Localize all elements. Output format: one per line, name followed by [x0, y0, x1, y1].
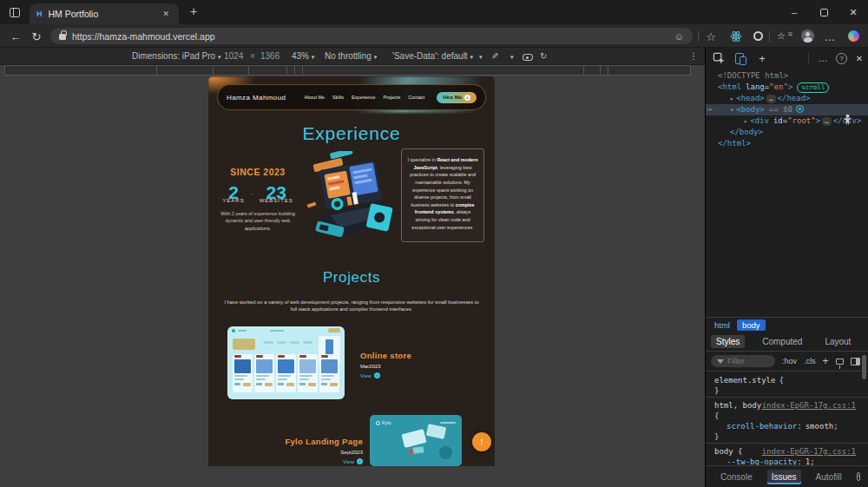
viewport-height-field[interactable]: 1366 [260, 51, 279, 61]
nav-link-experience[interactable]: Experience [352, 95, 376, 100]
toggle-element-state-button[interactable]: :hov [782, 357, 797, 365]
new-tab-button[interactable]: + [184, 3, 203, 21]
inspect-element-icon[interactable] [711, 51, 727, 65]
nav-link-skills[interactable]: Skills [332, 95, 344, 100]
style-rule-body[interactable]: body { index-EpGR-17g.css:1 [714, 446, 858, 457]
feedback-smiley-icon[interactable]: ☺ [674, 31, 684, 42]
collapsed-arrow-icon[interactable]: ▸ [744, 118, 747, 125]
vision-deficiency-caret[interactable]: ▾ [510, 51, 514, 61]
back-button[interactable]: ← [7, 28, 24, 45]
devtools-more-options-icon[interactable]: … [815, 51, 831, 65]
style-rule-element[interactable]: element.style{ [714, 375, 858, 385]
mock-fylo-logo: Fylo [376, 420, 391, 425]
maximize-button[interactable] [809, 0, 838, 24]
media-query-segment[interactable] [156, 65, 214, 76]
copilot-icon[interactable] [848, 30, 859, 42]
collapsed-content-ellipsis[interactable]: … [822, 117, 832, 126]
devtools-help-icon[interactable]: ? [836, 53, 847, 64]
dock-drawer-icon[interactable]: ‹ [857, 472, 860, 481]
dom-node-html-close[interactable]: </html> [706, 138, 868, 149]
profile-avatar[interactable] [801, 30, 814, 43]
tab-actions-icon[interactable] [5, 3, 24, 21]
collapsed-arrow-icon[interactable]: ▸ [730, 95, 733, 102]
new-style-rule-button[interactable]: + [823, 357, 829, 365]
viewport-width-field[interactable]: 1024 [224, 51, 243, 61]
rotate-device-icon[interactable]: ↻ [540, 51, 547, 61]
sidebar-toggle-icon[interactable] [851, 358, 860, 365]
tab-close-icon[interactable]: ✕ [160, 9, 172, 19]
tab-styles[interactable]: Styles [711, 335, 745, 348]
gutter-dots-icon[interactable]: ⋯ [707, 104, 711, 115]
css-declaration[interactable]: scroll-behavior:smooth; [714, 421, 858, 431]
devtools-close-icon[interactable]: ✕ [852, 51, 867, 65]
punct-token: : [797, 457, 801, 465]
css-declaration[interactable]: --tw-bg-opacity:1; [714, 457, 858, 465]
eye-icon[interactable] [523, 54, 533, 61]
scroll-badge[interactable]: scroll [797, 82, 829, 93]
device-select[interactable]: Dimensions: iPad Pro ▾ [132, 51, 220, 61]
scroll-to-top-button[interactable]: ↑ [472, 432, 491, 451]
dom-node-doctype[interactable]: <!DOCTYPE html> [706, 70, 868, 82]
breadcrumb-html[interactable]: html [714, 320, 730, 330]
project-name: Fylo Landing Page [234, 437, 363, 446]
dom-node-html[interactable]: <htmllang="en">scroll [706, 82, 868, 93]
project-view-link[interactable]: View › [234, 458, 363, 464]
tab-layout[interactable]: Layout [819, 335, 856, 348]
media-query-bar[interactable] [5, 65, 691, 76]
eyedropper-icon[interactable]: ✎ [491, 51, 498, 61]
nav-link-about-me[interactable]: About Me [305, 95, 326, 100]
stylesheet-source-link[interactable]: index-EpGR-17g.css:1 [762, 446, 856, 457]
favorites-list-icon[interactable]: ☆ ≡ [776, 28, 793, 45]
media-query-segment[interactable] [583, 65, 601, 76]
close-window-button[interactable]: ✕ [838, 0, 868, 24]
nav-link-projects[interactable]: Projects [383, 95, 400, 100]
address-bar[interactable]: ☺ [50, 28, 693, 44]
breadcrumb-body[interactable]: body [737, 319, 766, 331]
dom-node-head[interactable]: ▸<head>…</head> [706, 93, 868, 104]
drawer-tab-console[interactable]: Console [716, 470, 757, 484]
element-classes-button[interactable]: .cls [804, 357, 816, 365]
project-thumbnail-fylo[interactable]: Fylo [370, 415, 462, 466]
url-input[interactable] [72, 31, 668, 42]
minimize-button[interactable]: – [779, 0, 809, 24]
settings-more-icon[interactable]: … [821, 28, 838, 45]
device-toolbar-toggle-icon[interactable] [732, 51, 747, 65]
media-query-segment[interactable] [4, 65, 157, 76]
style-rule-close: } [714, 385, 858, 396]
media-query-segment[interactable] [302, 65, 584, 76]
rendering-emulation-icon[interactable] [836, 359, 844, 365]
media-query-segment[interactable] [213, 65, 249, 76]
years-label: YEARS [222, 198, 244, 203]
active-tab[interactable]: H HM Portfolio ✕ [30, 3, 179, 24]
mock-nav-line [238, 330, 247, 332]
tab-computed[interactable]: Computed [757, 335, 807, 348]
zoom-select[interactable]: 43% ▾ [292, 51, 314, 61]
stylesheet-source-link[interactable]: index-EpGR-17g.css:1 [762, 400, 856, 411]
media-query-segment[interactable] [608, 65, 691, 76]
hire-me-button[interactable]: Hire Me › [437, 92, 477, 103]
more-tabs-button[interactable]: + [754, 51, 770, 65]
refresh-button[interactable]: ↻ [28, 28, 45, 45]
extension-icon[interactable] [753, 31, 763, 41]
element-badge-icon[interactable] [796, 105, 804, 113]
project-view-link[interactable]: View › [360, 372, 411, 378]
nav-link-contact[interactable]: Contact [408, 95, 424, 100]
arrow-right-icon: › [464, 95, 470, 101]
accessibility-person-icon[interactable] [841, 114, 854, 128]
save-data-select[interactable]: 'Save-Data': default ▾ [392, 51, 473, 61]
throttling-select[interactable]: No throttling ▾ [325, 51, 377, 61]
more-options-caret[interactable]: ▾ [479, 51, 483, 61]
media-query-segment[interactable] [248, 65, 287, 76]
experience-summary: With 2 years of experience building dyna… [210, 210, 306, 232]
site-logo[interactable]: Hamza Mahmoud [227, 94, 299, 102]
style-rule-html-body[interactable]: html, body index-EpGR-17g.css:1 [714, 400, 858, 411]
project-thumbnail-online-store[interactable] [227, 326, 345, 399]
styles-filter-input[interactable] [727, 357, 767, 365]
favorites-star-icon[interactable]: ☆ [702, 28, 720, 45]
react-devtools-extension-icon[interactable] [727, 28, 745, 45]
collapsed-content-ellipsis[interactable]: … [766, 95, 776, 103]
device-toolbar-menu-icon[interactable]: ⋮ [689, 51, 698, 61]
expanded-arrow-icon[interactable]: ▾ [730, 107, 733, 114]
drawer-tab-issues[interactable]: Issues [767, 470, 801, 484]
drawer-tab-autofill[interactable]: Autofill [812, 470, 846, 484]
